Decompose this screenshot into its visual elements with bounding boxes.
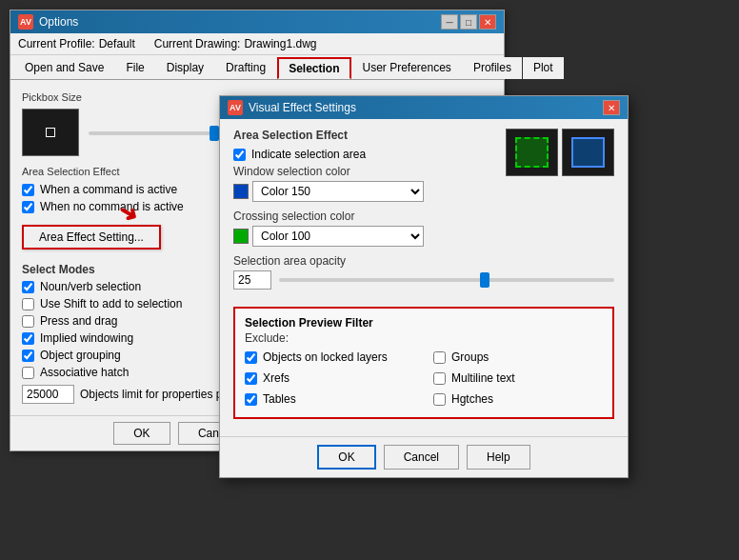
visual-ok-button[interactable]: OK bbox=[317, 445, 375, 470]
preview-box-blue bbox=[562, 129, 614, 176]
objects-limit-input[interactable] bbox=[22, 385, 74, 404]
area-effect-btn[interactable]: Area Effect Setting... bbox=[22, 225, 161, 250]
dialog-content: Area Selection Effect Indicate selection… bbox=[220, 119, 628, 436]
crossing-color-swatch bbox=[233, 229, 249, 244]
current-profile: Current Profile: Default bbox=[18, 37, 135, 50]
check-locked-layers[interactable] bbox=[245, 351, 257, 364]
filter-exclude: Exclude: bbox=[245, 331, 603, 345]
check-locked-label: Objects on locked layers bbox=[263, 350, 388, 364]
filter-grid: Objects on locked layers Groups Xrefs Mu… bbox=[245, 350, 603, 410]
check-noun-verb-label: Noun/verb selection bbox=[40, 280, 141, 293]
check-implied[interactable] bbox=[22, 332, 34, 345]
pickbox-slider-thumb[interactable] bbox=[210, 126, 219, 141]
check-command-active[interactable] bbox=[22, 184, 34, 196]
window-color-select[interactable]: Color 150 bbox=[252, 181, 424, 202]
green-selection-rect bbox=[515, 137, 549, 168]
visual-cancel-button[interactable]: Cancel bbox=[384, 445, 459, 470]
tabs-bar: Open and Save File Display Drafting Sele… bbox=[10, 55, 504, 80]
tab-open-save[interactable]: Open and Save bbox=[14, 57, 114, 79]
check-multiline[interactable] bbox=[433, 372, 446, 385]
check-xrefs-label: Xrefs bbox=[263, 371, 290, 385]
tab-drafting[interactable]: Drafting bbox=[215, 57, 276, 79]
check-no-command-label: When no command is active bbox=[40, 200, 184, 213]
visual-bottom: OK Cancel Help bbox=[220, 436, 628, 477]
check-xrefs-row: Xrefs bbox=[245, 371, 414, 385]
opacity-slider[interactable] bbox=[279, 278, 614, 282]
visual-title: Visual Effect Settings bbox=[249, 101, 356, 114]
check-groups[interactable] bbox=[433, 351, 446, 364]
opacity-label: Selection area opacity bbox=[233, 254, 614, 268]
check-tables-row: Tables bbox=[245, 392, 414, 406]
area-effect-content: Indicate selection area Window selection… bbox=[233, 148, 614, 299]
pickbox-inner bbox=[46, 128, 55, 137]
preview-area bbox=[506, 129, 614, 176]
check-xrefs[interactable] bbox=[245, 372, 257, 385]
tab-selection[interactable]: Selection bbox=[277, 57, 350, 79]
check-multiline-label: Multiline text bbox=[451, 371, 515, 385]
check-locked-row: Objects on locked layers bbox=[245, 350, 414, 364]
maximize-button[interactable]: □ bbox=[460, 14, 477, 30]
check-shift-add[interactable] bbox=[22, 298, 34, 310]
visual-close-btn[interactable]: ✕ bbox=[603, 100, 620, 115]
visual-dialog: AV Visual Effect Settings ✕ Area Selecti… bbox=[219, 95, 629, 478]
check-press-drag-label: Press and drag bbox=[40, 314, 117, 328]
check-press-drag[interactable] bbox=[22, 315, 34, 328]
titlebar-controls: ─ □ ✕ bbox=[441, 14, 496, 30]
check-groups-row: Groups bbox=[433, 350, 603, 364]
tab-file[interactable]: File bbox=[115, 57, 154, 79]
pickbox-preview bbox=[22, 109, 79, 156]
check-hatches-label: Hgtches bbox=[451, 392, 493, 406]
tab-plot[interactable]: Plot bbox=[523, 57, 564, 79]
titlebar-left: AV Options bbox=[18, 14, 78, 30]
tab-user-prefs[interactable]: User Preferences bbox=[352, 57, 462, 79]
options-titlebar: AV Options ─ □ ✕ bbox=[10, 10, 504, 33]
check-assoc-hatch[interactable] bbox=[22, 367, 34, 379]
visual-titlebar: AV Visual Effect Settings ✕ bbox=[220, 96, 628, 119]
check-command-active-label: When a command is active bbox=[40, 183, 177, 196]
indicate-selection-row: Indicate selection area bbox=[233, 148, 496, 161]
blue-selection-rect bbox=[571, 137, 605, 168]
check-groups-label: Groups bbox=[451, 350, 489, 364]
crossing-color-label: Crossing selection color bbox=[233, 210, 614, 223]
crossing-color-row: Crossing selection color Color 100 bbox=[233, 210, 614, 247]
check-object-group-label: Object grouping bbox=[40, 349, 121, 362]
check-tables[interactable] bbox=[245, 393, 257, 406]
opacity-thumb[interactable] bbox=[480, 272, 489, 288]
tab-profiles[interactable]: Profiles bbox=[463, 57, 522, 79]
tab-display[interactable]: Display bbox=[156, 57, 214, 79]
window-color-swatch bbox=[233, 184, 249, 199]
close-button[interactable]: ✕ bbox=[479, 14, 496, 30]
filter-section: Selection Preview Filter Exclude: Object… bbox=[233, 307, 614, 419]
opacity-row bbox=[233, 270, 614, 290]
options-title: Options bbox=[39, 15, 78, 29]
check-object-group[interactable] bbox=[22, 350, 34, 362]
check-assoc-hatch-label: Associative hatch bbox=[40, 366, 129, 379]
check-implied-label: Implied windowing bbox=[40, 331, 133, 345]
ok-button[interactable]: OK bbox=[113, 422, 170, 445]
check-multiline-row: Multiline text bbox=[433, 371, 603, 385]
minimize-button[interactable]: ─ bbox=[441, 14, 458, 30]
indicate-selection-check[interactable] bbox=[233, 149, 246, 161]
profile-bar: Current Profile: Default Current Drawing… bbox=[10, 33, 504, 55]
crossing-color-select[interactable]: Color 100 bbox=[252, 226, 424, 247]
check-shift-add-label: Use Shift to add to selection bbox=[40, 297, 182, 310]
check-noun-verb[interactable] bbox=[22, 281, 34, 293]
current-drawing: Current Drawing: Drawing1.dwg bbox=[154, 37, 317, 50]
visual-controls: ✕ bbox=[603, 100, 620, 115]
opacity-input[interactable] bbox=[233, 270, 271, 290]
visual-help-button[interactable]: Help bbox=[467, 445, 530, 470]
visual-titlebar-left: AV Visual Effect Settings bbox=[228, 100, 356, 115]
app-icon: AV bbox=[18, 14, 33, 30]
indicate-selection-label: Indicate selection area bbox=[251, 148, 366, 161]
preview-box-green bbox=[506, 129, 558, 176]
visual-app-icon: AV bbox=[228, 100, 243, 115]
filter-title: Selection Preview Filter bbox=[245, 316, 603, 330]
check-hatches[interactable] bbox=[433, 393, 446, 406]
check-tables-label: Tables bbox=[263, 392, 296, 406]
check-hatches-row: Hgtches bbox=[433, 392, 603, 406]
check-no-command[interactable] bbox=[22, 201, 34, 213]
